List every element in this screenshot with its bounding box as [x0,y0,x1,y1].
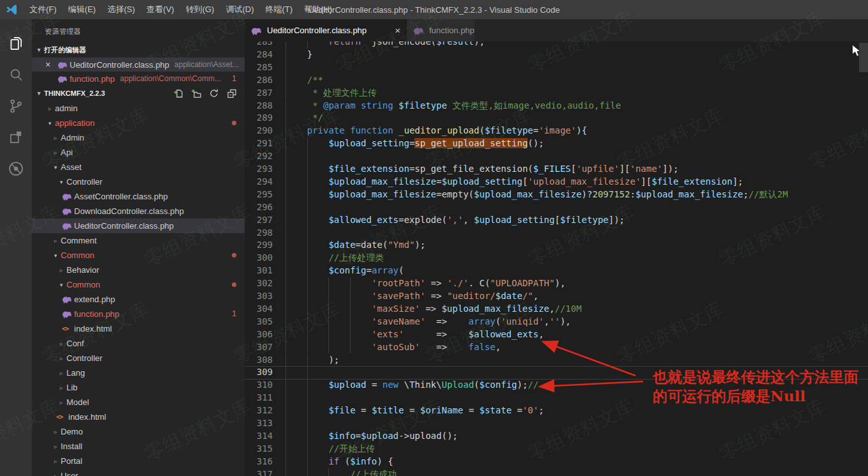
code-text: $upload = new \Think\Upload($config);// [286,379,538,392]
tree-folder-Behavior[interactable]: ▹Behavior [32,263,245,277]
code-line: 304 'maxSize' => $upload_max_filesize,//… [245,303,868,316]
code-line: 308 ); [245,354,868,367]
tree-folder-Common[interactable]: ▾Common [32,248,245,263]
indent-guide [307,392,308,404]
tree-folder-Common[interactable]: ▾Common [32,277,245,292]
tree-folder-Admin[interactable]: ▹Admin [32,130,245,145]
error-dot [232,121,236,125]
tree-item-label: Conf [66,339,84,348]
code-text: 'rootPath' => './'. C("UPLOADPATH"), [286,277,565,290]
tree-file-index.html[interactable]: <>index.html [32,410,245,424]
php-file-icon [62,295,74,303]
extensions-icon[interactable] [0,121,32,153]
menu-item[interactable]: 调试(D) [220,0,259,19]
tree-header[interactable]: ▾ THINKCMFX_2.2.3 [32,86,245,101]
chevron-expanded-icon: ▾ [50,252,61,259]
indent-guide [286,366,286,379]
annotation-text-line: 的可运行的后缀是Null [653,387,805,406]
tree-folder-Demo[interactable]: ▹Demo [32,424,245,439]
tree-item-label: Controller [66,353,102,363]
menu-item[interactable]: 帮助(H) [298,0,338,19]
line-number: 286 [245,74,273,87]
tree-file-extend.php[interactable]: extend.php [32,292,245,307]
code-text: $upload_setting=sp_get_upload_setting(); [286,137,544,150]
refresh-icon[interactable] [209,88,219,98]
open-editor-path: application\Asset... [174,60,239,69]
indent-guide [307,227,308,240]
collapse-all-icon[interactable] [227,88,237,98]
tree-folder-User[interactable]: ▹User [32,468,245,476]
code-line: 314 $info=$upload->upload(); [245,430,868,443]
code-line: 294 $upload_max_filesize=$upload_setting… [245,176,868,188]
php-file-icon [57,61,70,69]
menu-item[interactable]: 文件(F) [24,0,63,19]
tree-folder-admin[interactable]: ▹admin [32,101,245,116]
mouse-cursor-icon [851,44,861,59]
code-line: 286 /** [245,74,868,87]
menu-item[interactable]: 选择(S) [102,0,141,19]
tree-folder-Conf[interactable]: ▹Conf [32,336,245,351]
chevron-collapsed-icon: ▹ [56,267,66,273]
chevron-collapsed-icon: ▹ [50,429,61,435]
code-editor[interactable]: 283 return json_encode($result);284 }285… [245,42,868,476]
tree-folder-Comment[interactable]: ▹Comment [32,233,245,248]
code-text: 'autoSub' => false, [286,341,501,354]
code-text: /** [286,74,323,87]
tree-folder-Api[interactable]: ▹Api [32,145,245,160]
menu-item[interactable]: 终端(T) [259,0,298,19]
menu-item[interactable]: 查看(V) [141,0,179,19]
editor-tab[interactable]: UeditorController.class.php× [245,19,407,42]
tree-folder-Controller[interactable]: ▹Controller [32,351,245,365]
open-editor-item[interactable]: function.phpapplication\Common\Comm...1 [32,72,245,86]
tree-folder-Portal[interactable]: ▹Portal [32,454,245,468]
explorer-sidebar: 资源管理器 ▾ 打开的编辑器 ×UeditorController.class.… [32,19,245,476]
tree-folder-Model[interactable]: ▹Model [32,395,245,410]
menu-bar: 文件(F)编辑(E)选择(S)查看(V)转到(G)调试(D)终端(T)帮助(H) [24,0,338,19]
line-number: 311 [245,392,273,404]
open-editors-header[interactable]: ▾ 打开的编辑器 [32,42,245,58]
tree-item-label: index.html [68,412,106,422]
close-icon[interactable]: × [395,25,400,36]
tree-file-UeditorController.class.php[interactable]: UeditorController.class.php [32,219,245,233]
source-control-icon[interactable] [0,90,32,121]
tree-item-label: AssetController.class.php [74,192,168,201]
explorer-icon[interactable] [0,27,32,59]
tree-file-AssetController.class.php[interactable]: AssetController.class.php [32,189,245,204]
tree-folder-Lang[interactable]: ▹Lang [32,365,245,380]
chevron-collapsed-icon: ▹ [56,341,66,347]
line-number: 292 [245,150,273,163]
tree-item-label: Asset [61,162,82,172]
menu-item[interactable]: 转到(G) [180,0,220,19]
new-file-icon[interactable] [173,88,183,98]
code-line: 292 [245,150,868,163]
tree-file-index.html[interactable]: <>index.html [32,321,245,336]
tree-folder-Lib[interactable]: ▹Lib [32,380,245,395]
code-text: $upload_max_filesize=$upload_setting['up… [286,176,743,188]
chevron-expanded-icon: ▾ [45,120,55,127]
tree-item-label: Lib [66,383,77,392]
editor-tab[interactable]: function.php [407,19,475,42]
search-icon[interactable] [0,59,32,90]
code-text: 'maxSize' => $upload_max_filesize,//10M [286,303,582,316]
tree-folder-application[interactable]: ▾application [32,116,245,130]
new-folder-icon[interactable] [191,88,201,98]
tree-file-function.php[interactable]: function.php1 [32,307,245,321]
code-text: $info=$upload->upload(); [286,430,458,443]
menu-item[interactable]: 编辑(E) [63,0,102,19]
code-text: private function _ueditor_upload($filety… [286,125,587,137]
code-line: 313 [245,417,868,430]
tree-file-DownloadController.class.php[interactable]: DownloadController.class.php [32,204,245,219]
line-number: 313 [245,417,273,430]
open-editor-item[interactable]: ×UeditorController.class.phpapplication\… [32,58,245,72]
tree-item-label: Install [61,441,82,451]
tree-folder-Install[interactable]: ▹Install [32,439,245,454]
debug-icon[interactable] [0,153,32,184]
code-line: 316 if ($info) { [245,456,868,468]
close-icon[interactable]: × [45,59,57,70]
indent-guide [307,201,308,214]
tree-folder-Asset[interactable]: ▾Asset [32,160,245,174]
code-text: //上传处理类 [286,252,384,265]
code-line: 306 'exts' => $allowed_exts, [245,328,868,341]
code-line: 289 */ [245,112,868,125]
tree-folder-Controller[interactable]: ▾Controller [32,174,245,189]
